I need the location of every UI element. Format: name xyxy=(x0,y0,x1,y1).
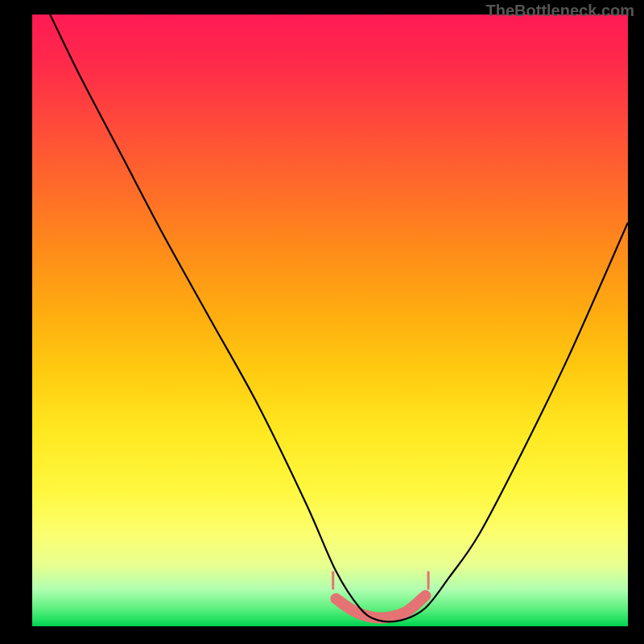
highlight-segment xyxy=(336,596,425,618)
chart-svg xyxy=(32,14,628,626)
curve-line xyxy=(50,14,628,621)
highlight-ticks xyxy=(333,572,428,590)
plot-area xyxy=(32,14,628,626)
chart-container: TheBottleneck.com xyxy=(0,0,644,644)
watermark-label: TheBottleneck.com xyxy=(486,2,634,20)
